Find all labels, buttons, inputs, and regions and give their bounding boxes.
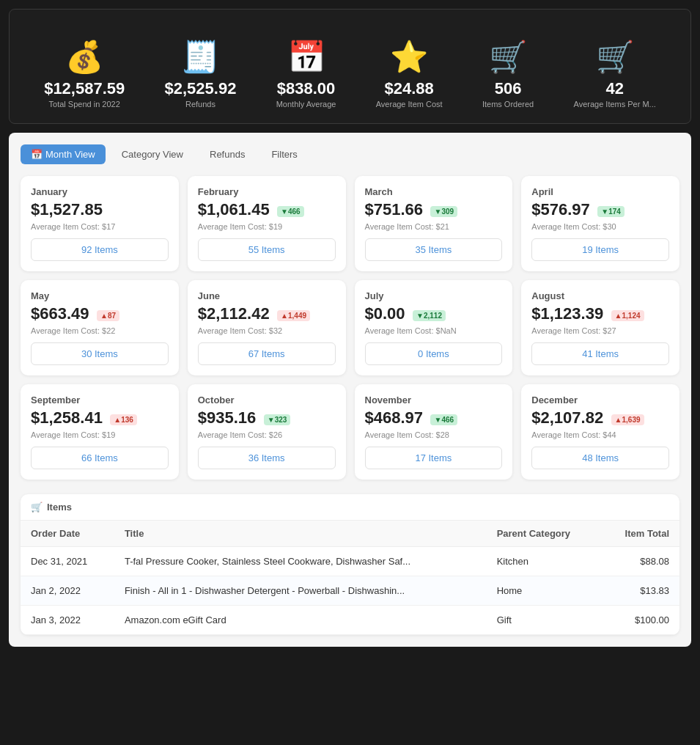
month-amount-december: $2,107.82 (531, 408, 603, 427)
refunds-label: Refunds (165, 100, 237, 109)
month-name-april: April (531, 186, 669, 197)
table-head: Order DateTitleParent CategoryItem Total (21, 521, 679, 547)
month-card-april: April $576.97 ▼174 Average Item Cost: $3… (521, 176, 679, 271)
row-total: $100.00 (601, 606, 679, 635)
row-date: Jan 3, 2022 (21, 606, 114, 635)
month-avg-february: Average Item Cost: $19 (198, 222, 336, 231)
stat-avg-item-cost: ⭐ $24.88 Average Item Cost (376, 39, 443, 109)
month-card-may: May $663.49 ▲87 Average Item Cost: $22 3… (21, 280, 179, 375)
refunds-icon: 🧾 (165, 39, 237, 75)
month-amount-february: $1,061.45 (198, 200, 270, 219)
month-name-august: August (531, 290, 669, 301)
month-badge-october: ▼323 (264, 414, 291, 425)
table-section-label: Items (47, 502, 72, 513)
avg-item-cost-value: $24.88 (376, 79, 443, 98)
stat-total-spend: 💰 $12,587.59 Total Spend in 2022 (44, 39, 125, 109)
items-ordered-icon: 🛒 (482, 39, 534, 75)
month-avg-october: Average Item Cost: $26 (198, 430, 336, 439)
month-items-btn-january[interactable]: 92 Items (31, 238, 169, 261)
row-total: $13.83 (601, 576, 679, 606)
month-items-btn-august[interactable]: 41 Items (531, 342, 669, 365)
tab-category-view[interactable]: Category View (111, 144, 194, 164)
tab-refunds[interactable]: Refunds (199, 144, 255, 164)
month-avg-january: Average Item Cost: $17 (31, 222, 169, 231)
month-badge-may: ▲87 (97, 310, 119, 321)
avg-items-per-month-label: Average Items Per M... (574, 100, 656, 109)
month-badge-november: ▼466 (430, 414, 457, 425)
avg-item-cost-icon: ⭐ (376, 39, 443, 75)
cart-icon: 🛒 (31, 502, 43, 513)
month-items-btn-november[interactable]: 17 Items (365, 447, 503, 469)
month-badge-september: ▲136 (110, 414, 137, 425)
tab-month-view[interactable]: 📅Month View (21, 144, 106, 164)
items-ordered-label: Items Ordered (482, 100, 534, 109)
month-items-btn-march[interactable]: 35 Items (365, 238, 503, 261)
items-table-section: 🛒 Items Order DateTitleParent CategoryIt… (21, 494, 679, 635)
month-name-february: February (198, 186, 336, 197)
month-card-december: December $2,107.82 ▲1,639 Average Item C… (521, 384, 679, 480)
col-header-order-date: Order Date (21, 521, 114, 547)
table-row: Jan 2, 2022 Finish - All in 1 - Dishwash… (21, 576, 679, 606)
month-name-december: December (531, 394, 669, 405)
total-spend-value: $12,587.59 (44, 79, 125, 98)
month-items-btn-april[interactable]: 19 Items (531, 238, 669, 261)
avg-item-cost-label: Average Item Cost (376, 100, 443, 109)
stat-avg-items-per-month: 🛒 42 Average Items Per M... (574, 39, 656, 109)
month-card-october: October $935.16 ▼323 Average Item Cost: … (188, 384, 346, 480)
main-content: 📅Month ViewCategory ViewRefundsFilters J… (9, 133, 691, 647)
row-total: $88.08 (601, 547, 679, 576)
month-amount-july: $0.00 (365, 304, 405, 323)
table-header-row: Order DateTitleParent CategoryItem Total (21, 521, 679, 547)
stat-refunds: 🧾 $2,525.92 Refunds (165, 39, 237, 109)
items-table: Order DateTitleParent CategoryItem Total… (21, 521, 679, 635)
row-date: Jan 2, 2022 (21, 576, 114, 606)
month-name-july: July (365, 290, 503, 301)
table-row: Dec 31, 2021 T-fal Pressure Cooker, Stai… (21, 547, 679, 576)
month-amount-may: $663.49 (31, 304, 89, 323)
month-badge-april: ▼174 (597, 206, 625, 217)
month-avg-september: Average Item Cost: $19 (31, 430, 169, 439)
month-badge-june: ▲1,449 (277, 310, 310, 321)
table-row: Jan 3, 2022 Amazon.com eGift Card Gift $… (21, 606, 679, 635)
month-amount-october: $935.16 (198, 408, 257, 427)
total-spend-label: Total Spend in 2022 (44, 100, 125, 109)
table-section-header: 🛒 Items (21, 494, 679, 521)
tab-filters[interactable]: Filters (261, 144, 307, 164)
month-items-btn-july[interactable]: 0 Items (365, 342, 503, 365)
month-items-btn-february[interactable]: 55 Items (198, 238, 336, 261)
month-amount-november: $468.97 (365, 408, 424, 427)
avg-items-per-month-value: 42 (574, 79, 656, 98)
month-items-btn-december[interactable]: 48 Items (531, 447, 669, 469)
months-grid: January $1,527.85 Average Item Cost: $17… (21, 176, 679, 480)
month-amount-june: $2,112.42 (198, 304, 270, 323)
month-items-btn-september[interactable]: 66 Items (31, 447, 169, 469)
month-view-icon: 📅 (31, 149, 43, 160)
month-card-june: June $2,112.42 ▲1,449 Average Item Cost:… (188, 280, 346, 375)
month-badge-february: ▼466 (277, 206, 304, 217)
month-name-june: June (198, 290, 336, 301)
month-card-august: August $1,123.39 ▲1,124 Average Item Cos… (521, 280, 679, 375)
stats-row: 💰 $12,587.59 Total Spend in 2022 🧾 $2,52… (24, 39, 676, 109)
month-card-march: March $751.66 ▼309 Average Item Cost: $2… (355, 176, 513, 271)
month-card-february: February $1,061.45 ▼466 Average Item Cos… (188, 176, 346, 271)
month-items-btn-october[interactable]: 36 Items (198, 447, 336, 469)
month-items-btn-june[interactable]: 67 Items (198, 342, 336, 365)
month-items-btn-may[interactable]: 30 Items (31, 342, 169, 365)
col-header-item-total: Item Total (601, 521, 679, 547)
month-name-january: January (31, 186, 169, 197)
month-name-october: October (198, 394, 336, 405)
col-header-title: Title (114, 521, 487, 547)
month-avg-april: Average Item Cost: $30 (531, 222, 669, 231)
month-badge-march: ▼309 (430, 206, 457, 217)
row-category: Kitchen (487, 547, 601, 576)
row-category: Home (487, 576, 601, 606)
month-avg-june: Average Item Cost: $32 (198, 326, 336, 335)
month-badge-december: ▲1,639 (611, 414, 644, 425)
month-name-may: May (31, 290, 169, 301)
total-spend-icon: 💰 (44, 39, 125, 75)
stat-monthly-avg: 📅 $838.00 Monthly Average (276, 39, 336, 109)
tab-bar: 📅Month ViewCategory ViewRefundsFilters (21, 144, 679, 164)
month-amount-january: $1,527.85 (31, 200, 103, 219)
month-badge-august: ▲1,124 (611, 310, 644, 321)
month-badge-july: ▼2,112 (413, 310, 446, 321)
